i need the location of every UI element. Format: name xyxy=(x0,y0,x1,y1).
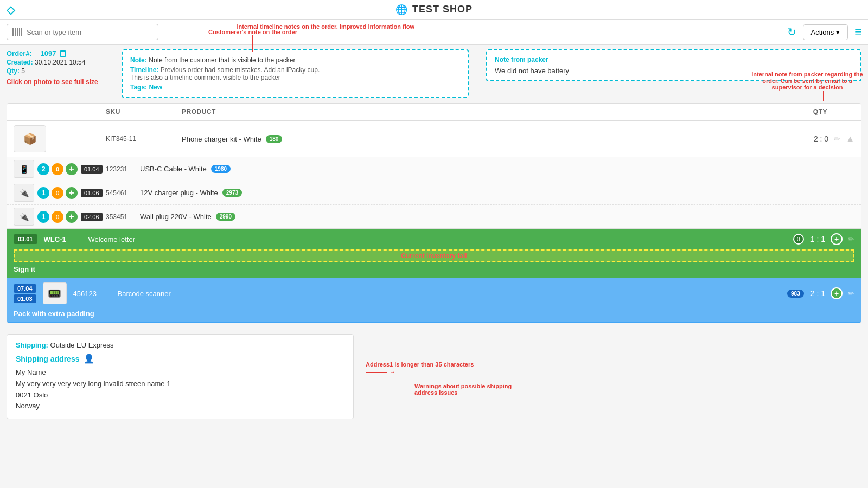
sub-row-2-left: 🔌 1 0 + 01.06 xyxy=(14,184,106,202)
green-bin: 03.01 xyxy=(14,234,37,244)
blue-qty-section: 2 : 1 + ✏ xyxy=(810,287,854,299)
customer-note-section: Customerer's note on the order Internal … xyxy=(122,49,480,98)
order-info: Order#: 1097 Created: 30.10.2021 10:54 Q… xyxy=(7,49,115,98)
table-header: SKU PRODUCT QTY xyxy=(7,104,861,121)
main-content: Order#: 1097 Created: 30.10.2021 10:54 Q… xyxy=(0,45,868,423)
sub-row-1-left: 📱 2 0 + 01.04 xyxy=(14,160,106,178)
copy-icon[interactable] xyxy=(60,50,66,57)
sub-row-3-left: 🔌 1 0 + 02.06 xyxy=(14,208,106,226)
globe-icon: 🌐 xyxy=(395,4,408,16)
qty-btn-teal-3[interactable]: 1 xyxy=(37,211,49,223)
col-header-sku: SKU xyxy=(106,108,182,115)
green-qty-value: 1 : 1 xyxy=(810,235,825,243)
kit-badge: 180 xyxy=(266,135,283,143)
shipping-annotations: Address1 is longer than 35 characters → … xyxy=(360,329,861,419)
header: ◇ 🌐 TEST SHOP xyxy=(0,0,868,20)
sub-badge-3: 2990 xyxy=(216,213,235,221)
kit-image[interactable]: 📦 xyxy=(14,125,46,152)
qty-btns-2: 1 0 + xyxy=(37,187,78,199)
bin-loc-1: 01.04 xyxy=(81,165,103,174)
blue-bin-1: 07.04 xyxy=(14,284,36,293)
green-add-btn[interactable]: + xyxy=(831,233,843,245)
scan-input-container[interactable] xyxy=(7,24,158,40)
green-name: Welcome letter xyxy=(88,235,787,243)
qty-btns-1: 2 0 + xyxy=(37,163,78,175)
blue-add-btn[interactable]: + xyxy=(831,287,843,299)
scan-input[interactable] xyxy=(27,28,152,36)
blue-edit-icon[interactable]: ✏ xyxy=(848,289,854,298)
col-header-image xyxy=(14,108,106,115)
qty-btn-plus-1[interactable]: + xyxy=(66,163,78,175)
kit-add-icon[interactable]: ▲ xyxy=(846,134,854,144)
blue-sub-text: Pack with extra padding xyxy=(7,309,861,322)
green-row-main: 03.01 WLC-1 Welcome letter 0 1 : 1 + ✏ xyxy=(7,229,861,249)
customer-note-timeline: Timeline: Previous order had some mistak… xyxy=(130,66,460,81)
blue-bins: 07.04 01.03 xyxy=(14,284,36,303)
bin-loc-3: 02.06 xyxy=(81,213,103,221)
col-header-product: PRODUCT xyxy=(182,108,757,115)
sub-row-1-info: 123231 USB-C Cable - White 1980 xyxy=(106,165,757,173)
blue-img[interactable]: 📟 xyxy=(43,282,67,304)
sub-badge-1: 1980 xyxy=(211,165,231,173)
edit-address-icon[interactable]: 👤 xyxy=(84,354,94,364)
order-number: Order#: 1097 xyxy=(7,49,115,57)
qty-btn-teal-1[interactable]: 2 xyxy=(37,163,49,175)
shipping-method-row: Shipping: Outside EU Express xyxy=(16,341,344,349)
sub-name-1: USB-C Cable - White xyxy=(140,165,207,173)
actions-dropdown-icon: ▾ xyxy=(836,28,840,36)
kit-product-info: Phone charger kit - White 180 xyxy=(182,135,757,143)
sub-sku-1: 123231 xyxy=(106,165,136,173)
inventory-warning: Current inventory fail xyxy=(14,249,854,262)
qty-btns-3: 1 0 + xyxy=(37,211,78,223)
packer-note-section: Internal note from packer regarding the … xyxy=(486,49,861,98)
green-badge-circle: 0 xyxy=(793,234,804,245)
shipping-address-label: Shipping address 👤 xyxy=(16,354,344,364)
green-qty-section: 1 : 1 + ✏ xyxy=(810,233,854,245)
qty-btn-orange-3[interactable]: 0 xyxy=(52,211,63,223)
customer-note-box: Note: Note from the customer that is vis… xyxy=(122,49,469,98)
refresh-button[interactable]: ↻ xyxy=(787,25,796,38)
header-title: 🌐 TEST SHOP xyxy=(395,4,473,16)
sub-row-1: 📱 2 0 + 01.04 123231 USB-C Cable - White… xyxy=(7,157,861,181)
sub-sku-2: 545461 xyxy=(106,189,136,197)
actions-label: Actions xyxy=(811,28,834,36)
sub-img-1[interactable]: 📱 xyxy=(14,160,34,178)
sub-row-2: 🔌 1 0 + 01.06 545461 12V charger plug - … xyxy=(7,181,861,204)
sub-row-3: 🔌 1 0 + 02.06 353451 Wall plug 220V - Wh… xyxy=(7,204,861,228)
kit-edit-icon[interactable]: ✏ xyxy=(834,134,840,143)
shipping-address-text: My Name My very very very very long inva… xyxy=(16,367,344,412)
blue-sku: 456123 xyxy=(73,290,111,298)
green-edit-icon[interactable]: ✏ xyxy=(848,235,854,243)
annotation-packer-note: Internal note from packer regarding the … xyxy=(748,71,867,101)
shipping-section: Shipping: Outside EU Express Shipping ad… xyxy=(7,334,354,419)
customer-note-tags: Tags: New xyxy=(130,84,460,91)
product-table: SKU PRODUCT QTY 📦 KIT345-11 Phone charge… xyxy=(7,103,861,323)
blue-name: Barcode scanner xyxy=(118,290,781,298)
annotation-address-warning: Address1 is longer than 35 characters → xyxy=(366,361,474,375)
qty-btn-plus-3[interactable]: + xyxy=(66,211,78,223)
kit-sku: KIT345-11 xyxy=(106,135,182,143)
qty-btn-plus-2[interactable]: + xyxy=(66,187,78,199)
order-created: Created: 30.10.2021 10:54 xyxy=(7,59,115,66)
kit-qty: 2 : 0 ✏ ▲ xyxy=(757,134,854,144)
sub-row-2-info: 545461 12V charger plug - White 2973 xyxy=(106,189,757,197)
menu-button[interactable]: ≡ xyxy=(854,25,861,39)
product-row-kit: 📦 KIT345-11 Phone charger kit - White 18… xyxy=(7,121,861,229)
actions-button[interactable]: Actions ▾ xyxy=(803,24,848,40)
qty-btn-orange-1[interactable]: 0 xyxy=(52,163,63,175)
blue-row-main: 07.04 01.03 📟 456123 Barcode scanner 983… xyxy=(7,278,861,309)
qty-btn-orange-2[interactable]: 0 xyxy=(52,187,63,199)
sub-sku-3: 353451 xyxy=(106,213,136,221)
sub-img-3[interactable]: 🔌 xyxy=(14,208,34,226)
blue-badge: 983 xyxy=(787,290,804,298)
blue-qty-value: 2 : 1 xyxy=(810,289,825,298)
bin-loc-2: 01.06 xyxy=(81,189,103,197)
green-sku: WLC-1 xyxy=(44,235,82,243)
toolbar-actions: ↻ Actions ▾ ≡ xyxy=(787,24,861,40)
app-logo: ◇ xyxy=(7,3,15,16)
annotation-timeline: Internal timeline notes on the order. Im… xyxy=(237,23,414,46)
shop-title: TEST SHOP xyxy=(412,4,473,15)
sub-img-2[interactable]: 🔌 xyxy=(14,184,34,202)
packer-note-label: Note from packer xyxy=(495,56,853,63)
qty-btn-teal-2[interactable]: 1 xyxy=(37,187,49,199)
